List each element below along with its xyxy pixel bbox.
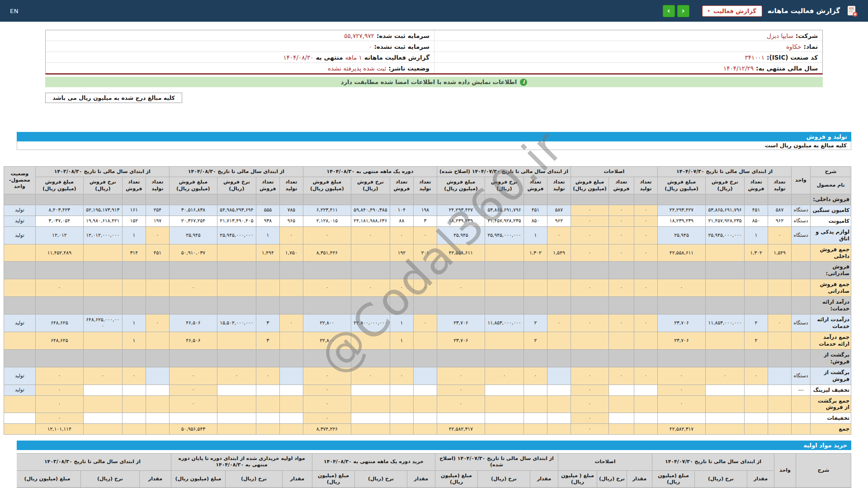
value-cell: ۰ (609, 244, 634, 262)
nav-back-button[interactable]: ‹ (663, 5, 675, 17)
metric-column-header: تعداد فروش (390, 177, 413, 194)
value-cell (217, 279, 256, 297)
value-cell: ۰ (609, 216, 634, 226)
metric-column-header: مقدار (282, 470, 312, 488)
section-empty-cell (256, 297, 279, 314)
value-cell: ۰ (390, 279, 413, 297)
value-cell (351, 424, 390, 435)
section-empty-cell (634, 297, 657, 314)
value-cell (390, 385, 413, 395)
info-label: سال مالی منتهی به: (756, 65, 818, 72)
section-label: درآمد ارائه خدمات: (811, 297, 851, 314)
section-empty-cell (279, 262, 303, 279)
value-cell: ۰ (413, 226, 437, 244)
language-toggle[interactable]: EN (10, 8, 19, 14)
section-empty-cell (524, 194, 547, 205)
metric-column-header: نرخ (ریال) (80, 470, 139, 488)
value-cell (351, 332, 390, 349)
value-cell: ۱۲,۱۰۱,۱۱۴ (35, 424, 83, 435)
section-empty-cell (745, 194, 768, 205)
value-cell (83, 395, 122, 413)
report-type-button[interactable]: گزارش فعالیت ▾ (702, 5, 762, 17)
total-row: جمع فروش داخلی۱,۵۴۹۱,۳۰۲۴۲,۵۵۸,۶۱۱۰۰۰۱,۵… (4, 244, 851, 262)
value-cell: ۰ (303, 395, 351, 413)
info-value: ۵۵,۷۲۷,۹۷۲ (344, 32, 374, 39)
section-empty-cell (571, 349, 609, 367)
metric-column-header: تعداد فروش (745, 177, 768, 194)
unit-cell (792, 279, 811, 297)
value-cell: ۰ (547, 226, 571, 244)
value-cell: ۱ (122, 226, 146, 244)
metric-column-header: مبلغ فروش (میلیون ریال) (35, 177, 83, 194)
value-cell (83, 244, 122, 262)
metric-column-header: نرخ فروش (ریال) (83, 177, 122, 194)
nav-forward-button[interactable]: › (677, 5, 689, 17)
value-cell (437, 413, 485, 424)
value-cell (706, 244, 745, 262)
value-cell (146, 424, 169, 435)
section-empty-cell (768, 262, 792, 279)
section-empty-cell (303, 194, 351, 205)
value-cell: ۲ (745, 332, 768, 349)
row-label: جمع درآمد ارائه خدمات (811, 332, 851, 349)
value-cell (571, 332, 609, 349)
value-cell: ۲۳,۷۰۶ (657, 332, 705, 349)
section-empty-cell (768, 349, 792, 367)
value-cell (217, 424, 256, 435)
section-empty-cell (634, 349, 657, 367)
value-cell: ۴۲,۵۵۸,۶۱۱ (437, 244, 485, 262)
value-cell: ۰ (571, 216, 609, 226)
value-cell: ۴۲,۵۸۲,۳۱۷ (437, 424, 485, 435)
section-empty-cell (792, 194, 811, 205)
section-empty-cell (217, 297, 256, 314)
status-cell (4, 395, 35, 413)
company-info-box: شرکت: سایپا دیزل سرمایه ثبت شده: ۵۵,۷۲۷,… (45, 30, 823, 75)
value-cell: ۵۴,۹۸۵,۲۹۳,۶۹۴ (217, 205, 256, 216)
row-label: کامیون سنگین (811, 205, 851, 216)
value-cell: ۰ (146, 226, 169, 244)
value-cell: ۲۴,۲۹۳,۴۲۷ (657, 205, 705, 216)
value-cell: ۰ (634, 279, 657, 297)
value-cell (279, 279, 303, 297)
value-cell (485, 332, 524, 349)
metric-column-header: نرخ فروش (ریال) (217, 177, 256, 194)
section-empty-cell (35, 262, 83, 279)
value-cell: ۰ (571, 424, 609, 435)
value-cell: ۲۳,۷۰۶ (437, 332, 485, 349)
section-empty-cell (524, 297, 547, 314)
value-cell: ۱۵,۵۰۲,۰۰۰,۰۰۰ (217, 314, 256, 332)
data-row: تخفیفات۰۰۰ (4, 413, 851, 424)
section-empty-cell (657, 262, 705, 279)
info-value: سایپا دیزل (767, 32, 793, 39)
monthly-activity-report-page: { "header_bar": { "lang_toggle": "EN", "… (0, 0, 868, 488)
value-cell (413, 332, 437, 349)
section-empty-cell (83, 194, 122, 205)
section-empty-cell (351, 262, 390, 279)
value-cell (351, 413, 390, 424)
section-empty-cell (485, 297, 524, 314)
value-cell: ۰ (634, 314, 657, 332)
report-document-icon[interactable] (845, 5, 858, 17)
value-cell: ۵۹,۸۴۰,۴۹۰,۳۸۵ (351, 205, 390, 216)
value-cell: ۱ (256, 226, 279, 244)
value-cell (485, 395, 524, 413)
value-cell (768, 413, 792, 424)
section-empty-cell (169, 262, 217, 279)
value-cell (547, 385, 571, 395)
value-cell: ۲۱,۷۱۳,۴۹۰,۴۰۵ (217, 216, 256, 226)
value-cell: ۰ (571, 205, 609, 216)
value-cell (524, 385, 547, 395)
value-cell: ۸,۳۷۴,۲۲۶ (303, 424, 351, 435)
value-cell (547, 279, 571, 297)
value-cell (413, 385, 437, 395)
section-empty-cell (634, 194, 657, 205)
value-cell: ۲۴,۲۹۳,۴۲۷ (437, 205, 485, 216)
value-cell: ۶,۲۲۳,۴۱۱ (303, 205, 351, 216)
period-group-header: از ابتدای سال مالی تا تاریخ ۱۴۰۴/۰۷/۳۰ (657, 167, 791, 177)
value-cell: ۰ (609, 226, 634, 244)
value-cell (217, 244, 256, 262)
metric-column-header: مبلغ (میلیون ریال) (435, 470, 477, 488)
value-cell (83, 279, 122, 297)
value-cell: ۲۵,۹۴۵ (657, 226, 705, 244)
data-row: کامیونتدستگاه۹۶۲۸۵۰۲۱,۴۵۷,۹۲۸,۲۳۵۱۸,۲۳۹,… (4, 216, 851, 226)
